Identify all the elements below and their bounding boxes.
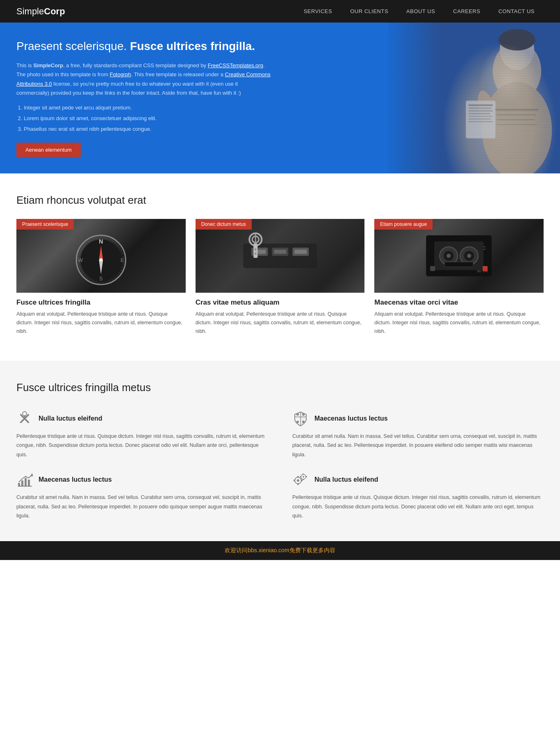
card-2-image-wrap: Donec dictum metus <box>196 219 365 293</box>
hero-image-visual <box>388 23 560 173</box>
feature-2-header: Maecenas luctus lectus <box>292 410 544 427</box>
svg-point-0 <box>493 41 541 100</box>
compass-icon: N S W E <box>16 219 186 293</box>
svg-rect-77 <box>303 474 304 475</box>
nav-careers[interactable]: CAREERS <box>444 0 489 23</box>
feature-4: Nulla luctus eleifend Pellentesque trist… <box>292 471 544 521</box>
shield-icon <box>292 410 309 427</box>
card-1-badge: Praesent scelerisque <box>16 219 74 230</box>
svg-text:W: W <box>78 257 83 263</box>
svg-rect-12 <box>469 110 493 112</box>
footer: 欢迎访问bbs.xieniao.com免费下载更多内容 <box>0 541 560 560</box>
svg-point-25 <box>99 258 102 262</box>
keys-icon <box>196 219 365 293</box>
feature-3-title: Maecenas luctus lectus <box>39 476 112 483</box>
footer-text: 欢迎访问bbs.xieniao.com免费下载更多内容 <box>225 547 335 553</box>
svg-rect-9 <box>466 100 495 138</box>
svg-rect-63 <box>18 483 20 486</box>
svg-rect-6 <box>494 119 535 121</box>
svg-point-59 <box>296 413 299 416</box>
card-3-badge: Etiam posuere augue <box>374 219 433 230</box>
svg-rect-4 <box>490 109 538 111</box>
svg-rect-13 <box>469 113 490 114</box>
hero-paragraph1: This is SimpleCorp, a free, fully standa… <box>16 61 271 97</box>
card-2: Donec dictum metus <box>196 219 365 336</box>
svg-rect-64 <box>21 480 23 486</box>
svg-rect-74 <box>301 480 303 481</box>
feature-2: Maecenas luctus lectus Curabitur sit ame… <box>292 410 544 460</box>
svg-rect-33 <box>294 250 307 254</box>
svg-rect-80 <box>306 476 307 477</box>
svg-rect-7 <box>491 124 537 125</box>
svg-point-70 <box>297 479 299 482</box>
hero-image <box>388 23 560 173</box>
svg-point-60 <box>302 413 305 416</box>
svg-marker-67 <box>30 473 33 476</box>
hero-section: Praesent scelerisque. Fusce ultrices fri… <box>0 23 560 173</box>
card-2-body: Aliquam erat volutpat. Pellentesque tris… <box>196 310 365 336</box>
svg-text:S: S <box>99 276 102 282</box>
nav-about[interactable]: ABOUT US <box>397 0 444 23</box>
card-3-image-wrap: Etiam posuere augue REC 30 VA <box>374 219 544 293</box>
svg-rect-10 <box>469 105 493 106</box>
feature-1-header: Nulla luctus eleifend <box>16 410 268 427</box>
feature-4-body: Pellentesque tristique ante ut risus. Qu… <box>292 493 544 521</box>
cc-link[interactable]: Creative Commons Attributions 3.0 <box>16 71 271 87</box>
portfolio-section: Etiam rhoncus volutpat erat Praesent sce… <box>0 173 560 348</box>
navigation: SERVICES OUR CLIENTS ABOUT US CAREERS CO… <box>295 0 544 23</box>
svg-point-49 <box>467 254 471 258</box>
feature-2-body: Curabitur sit amet nulla. Nam in massa. … <box>292 432 544 460</box>
svg-point-55 <box>23 412 27 416</box>
svg-rect-51 <box>430 266 435 271</box>
card-1-image-wrap: Praesent scelerisque N S W E <box>16 219 186 293</box>
hero-heading: Praesent scelerisque. Fusce ultrices fri… <box>16 39 271 54</box>
feature-1-title: Nulla luctus eleifend <box>39 415 102 422</box>
svg-rect-5 <box>493 114 536 116</box>
card-2-image <box>196 219 365 293</box>
feature-2-title: Maecenas luctus lectus <box>314 415 388 422</box>
hero-content: Praesent scelerisque. Fusce ultrices fri… <box>16 39 271 157</box>
card-1: Praesent scelerisque N S W E <box>16 219 186 336</box>
logo: SimpleCorp <box>16 6 65 17</box>
card-1-image: N S W E <box>16 219 186 293</box>
svg-rect-65 <box>25 478 27 486</box>
svg-point-1 <box>482 82 552 173</box>
feature-4-title: Nulla luctus eleifend <box>314 476 378 483</box>
hero-list-item-3: Phasellus nec erat sit amet nibh pellent… <box>24 124 271 134</box>
svg-rect-56 <box>24 416 25 417</box>
svg-point-76 <box>303 476 304 478</box>
hero-heading-plain: Praesent scelerisque. <box>16 40 127 52</box>
svg-rect-66 <box>28 480 30 486</box>
svg-rect-39 <box>255 253 256 255</box>
logo-bold: Corp <box>44 6 65 16</box>
svg-point-3 <box>499 29 535 51</box>
tape-recorder-icon: REC 30 VA <box>374 219 544 293</box>
section2-heading: Fusce ultrices fringilla metus <box>16 381 544 394</box>
svg-point-2 <box>500 29 534 70</box>
svg-rect-38 <box>255 248 256 250</box>
card-3-image: REC 30 VA <box>374 219 544 293</box>
svg-rect-15 <box>469 118 491 120</box>
hero-cta-button[interactable]: Aenean elementum <box>16 143 81 157</box>
freecss-link[interactable]: FreeCSSTemplates.org <box>208 62 263 68</box>
feature-1-body: Pellentesque tristique ante ut risus. Qu… <box>16 432 268 460</box>
hero-heading-bold: Fusce ultrices fringilla. <box>130 40 255 52</box>
svg-text:N: N <box>99 238 103 245</box>
card-1-body: Aliquam erat volutpat. Pellentesque tris… <box>16 310 186 336</box>
features-grid: Nulla luctus eleifend Pellentesque trist… <box>16 410 544 521</box>
card-3: Etiam posuere augue REC 30 VA <box>374 219 544 336</box>
svg-point-62 <box>296 421 299 423</box>
svg-rect-73 <box>294 480 295 481</box>
svg-point-61 <box>302 421 305 423</box>
header: SimpleCorp SERVICES OUR CLIENTS ABOUT US… <box>0 0 560 23</box>
chart-icon <box>16 471 33 488</box>
svg-rect-52 <box>483 266 488 271</box>
fotograph-link[interactable]: Fotogrph <box>110 71 131 77</box>
hero-list-item-1: Integer sit amet pede vel arcu aliquet p… <box>24 102 271 113</box>
svg-rect-78 <box>303 479 304 480</box>
nav-clients[interactable]: OUR CLIENTS <box>341 0 397 23</box>
hero-image-svg <box>388 23 560 173</box>
card-3-body: Aliquam erat volutpat. Pellentesque tris… <box>374 310 544 336</box>
nav-services[interactable]: SERVICES <box>295 0 341 23</box>
nav-contact[interactable]: CONTACT US <box>489 0 544 23</box>
